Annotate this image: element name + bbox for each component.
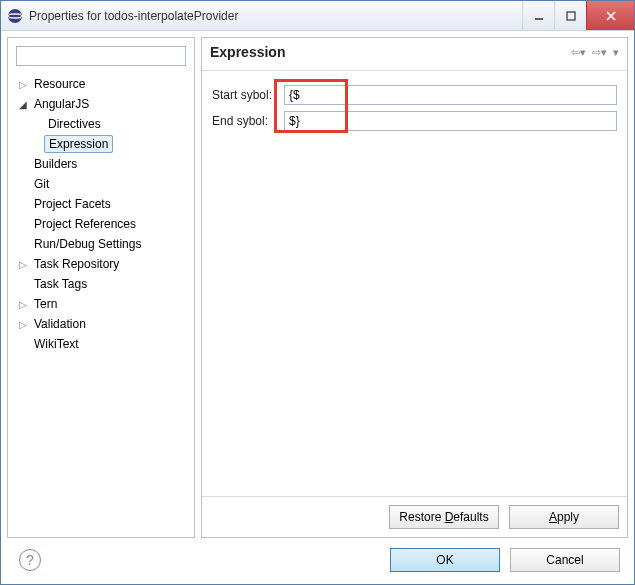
tree-item-angularjs[interactable]: ◢AngularJS [16,94,190,114]
svg-rect-3 [567,12,575,20]
restore-defaults-button[interactable]: Restore Defaults [389,505,499,529]
page-title: Expression [210,44,571,60]
window-buttons [522,1,634,30]
ok-button[interactable]: OK [390,548,500,572]
tree-item-label: Resource [30,76,89,92]
tree[interactable]: ▷Resource◢AngularJSDirectivesExpressionB… [12,74,190,533]
start-symbol-row: Start sybol: [212,85,617,105]
page-footer: Restore Defaults Apply [202,496,627,537]
tree-item-label: Expression [44,135,113,153]
eclipse-icon [7,8,23,24]
page-header: Expression ⇦▾ ⇨▾ ▾ [202,38,627,71]
dialog-footer: ? OK Cancel [7,538,628,578]
tree-item-label: Run/Debug Settings [30,236,145,252]
form: Start sybol: End sybol: [202,71,627,496]
maximize-button[interactable] [554,1,586,30]
tree-arrow-icon[interactable]: ◢ [16,99,30,110]
tree-item-validation[interactable]: ▷Validation [16,314,190,334]
tree-item-project-references[interactable]: Project References [16,214,190,234]
tree-item-label: Project References [30,216,140,232]
tree-arrow-icon[interactable]: ▷ [16,319,30,330]
tree-item-label: Task Repository [30,256,123,272]
tree-item-builders[interactable]: Builders [16,154,190,174]
tree-item-run-debug-settings[interactable]: Run/Debug Settings [16,234,190,254]
tree-item-label: Tern [30,296,61,312]
tree-item-label: Validation [30,316,90,332]
svg-point-0 [8,9,22,23]
tree-item-git[interactable]: Git [16,174,190,194]
dialog-window: Properties for todos-interpolateProvider… [0,0,635,585]
tree-item-resource[interactable]: ▷Resource [16,74,190,94]
tree-item-label: Project Facets [30,196,115,212]
help-icon[interactable]: ? [19,549,41,571]
filter-input[interactable] [16,46,186,66]
tree-item-label: Directives [44,116,105,132]
tree-item-expression[interactable]: Expression [16,134,190,154]
left-pane: ▷Resource◢AngularJSDirectivesExpressionB… [7,37,195,538]
tree-item-label: Task Tags [30,276,91,292]
nav-icons: ⇦▾ ⇨▾ ▾ [571,46,619,59]
close-button[interactable] [586,1,634,30]
tree-item-tern[interactable]: ▷Tern [16,294,190,314]
dropdown-icon[interactable]: ▾ [613,46,619,59]
start-symbol-input[interactable] [284,85,617,105]
tree-item-label: Git [30,176,53,192]
end-symbol-label: End sybol: [212,114,284,128]
tree-item-project-facets[interactable]: Project Facets [16,194,190,214]
split-panes: ▷Resource◢AngularJSDirectivesExpressionB… [7,37,628,538]
forward-icon[interactable]: ⇨▾ [592,46,607,59]
start-symbol-label: Start sybol: [212,88,284,102]
tree-arrow-icon[interactable]: ▷ [16,79,30,90]
tree-arrow-icon[interactable]: ▷ [16,259,30,270]
window-title: Properties for todos-interpolateProvider [29,9,522,23]
tree-arrow-icon[interactable]: ▷ [16,299,30,310]
back-icon[interactable]: ⇦▾ [571,46,586,59]
tree-item-label: AngularJS [30,96,93,112]
content-area: ▷Resource◢AngularJSDirectivesExpressionB… [1,31,634,584]
tree-item-task-tags[interactable]: Task Tags [16,274,190,294]
end-symbol-row: End sybol: [212,111,617,131]
tree-item-task-repository[interactable]: ▷Task Repository [16,254,190,274]
tree-item-label: Builders [30,156,81,172]
cancel-button[interactable]: Cancel [510,548,620,572]
tree-item-wikitext[interactable]: WikiText [16,334,190,354]
tree-item-directives[interactable]: Directives [16,114,190,134]
page-body: Start sybol: End sybol: Restore Defaults [202,71,627,537]
tree-item-label: WikiText [30,336,83,352]
right-pane: Expression ⇦▾ ⇨▾ ▾ Start sybol: [201,37,628,538]
end-symbol-input[interactable] [284,111,617,131]
minimize-button[interactable] [522,1,554,30]
titlebar: Properties for todos-interpolateProvider [1,1,634,31]
apply-button[interactable]: Apply [509,505,619,529]
